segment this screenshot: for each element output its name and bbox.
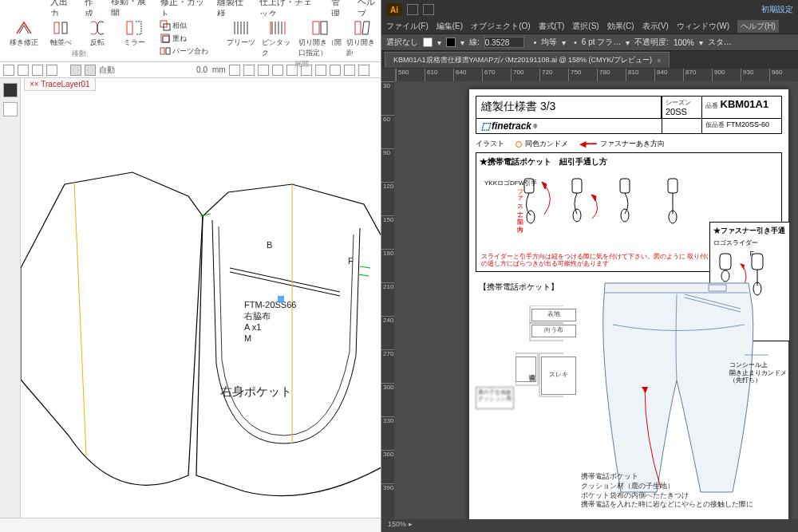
tool-icon[interactable] bbox=[18, 65, 29, 76]
opacity-value[interactable]: 100% bbox=[674, 38, 694, 47]
value-field[interactable]: 0.0 bbox=[161, 65, 209, 74]
svg-rect-2 bbox=[127, 22, 132, 34]
ai-tabbar: KBM01A1規格書仕様書YAMAPガバMz20191108.ai @ 158%… bbox=[381, 51, 798, 69]
menu-item[interactable]: ファイル(F) bbox=[386, 21, 429, 32]
overlay-button[interactable]: 重ね bbox=[160, 33, 215, 44]
lower-section: 【携帯電話ポケット】 表地 向う布 前身頃 スレキ 裏の子生地板 クッション用 bbox=[469, 277, 788, 516]
svg-rect-9 bbox=[313, 22, 319, 34]
ai-menubar: ファイル(F) 編集(E) オブジェクト(O) 書式(T) 選択(S) 効果(C… bbox=[381, 19, 798, 33]
workspace-label[interactable]: 初期設定 bbox=[761, 4, 793, 15]
flip-button[interactable]: 反転 bbox=[81, 18, 113, 48]
svg-line-13 bbox=[230, 272, 340, 296]
mirror-button[interactable]: ミラー bbox=[118, 18, 150, 48]
axis-align-button[interactable]: 軸並べ bbox=[45, 18, 77, 48]
menu-item[interactable]: ヘルプ(H) bbox=[737, 20, 779, 33]
fill-swatch[interactable] bbox=[423, 37, 433, 47]
svg-rect-20 bbox=[524, 179, 534, 193]
tool-icon[interactable] bbox=[70, 65, 81, 76]
svg-rect-35 bbox=[539, 353, 563, 396]
svg-rect-26 bbox=[668, 179, 678, 193]
tool-icon[interactable] bbox=[32, 65, 43, 76]
slash-open-button[interactable]: 切り開き（開口指定） bbox=[298, 18, 342, 58]
pattern-grain: M bbox=[244, 333, 251, 343]
uniform-label[interactable]: 均等 bbox=[541, 37, 557, 48]
svg-line-17 bbox=[360, 266, 370, 268]
menu-item[interactable]: ウィンドウ(W) bbox=[677, 21, 729, 32]
tool-icon[interactable] bbox=[258, 65, 269, 76]
sidebar-tool[interactable] bbox=[3, 83, 18, 97]
ribbon-group-label: 移動 bbox=[72, 49, 86, 59]
pattern-qty: A x1 bbox=[244, 322, 261, 332]
svg-rect-0 bbox=[54, 22, 59, 33]
svg-point-21 bbox=[527, 211, 535, 223]
svg-rect-32 bbox=[530, 305, 563, 323]
move-fix-button[interactable]: 移き修正 bbox=[8, 18, 40, 48]
pattern-drawing: B F FTM-20SS66 右脇布 A x1 M 右身ポケット bbox=[21, 93, 381, 523]
menu-dim bbox=[22, 2, 31, 14]
brush-label[interactable]: 6 pt フラ… bbox=[582, 37, 621, 48]
svg-rect-19 bbox=[278, 296, 284, 302]
cad-tool-sidebar bbox=[0, 78, 21, 532]
conceal-note: コンシール上 開き止まりカンドメ （先打ち） bbox=[729, 361, 787, 384]
tool-icon[interactable] bbox=[286, 65, 298, 76]
svg-rect-24 bbox=[620, 179, 630, 193]
tool-icon[interactable] bbox=[272, 65, 283, 76]
svg-point-23 bbox=[573, 209, 581, 222]
pintuck-button[interactable]: ピンタック bbox=[262, 18, 294, 58]
ai-control-bar: 選択なし ▾ ▾ 線: • 均等▾ • 6 pt フラ…▾ 不透明度: 100%… bbox=[381, 33, 798, 51]
menu-item[interactable]: 編集(E) bbox=[437, 21, 463, 32]
layer-tab[interactable]: ×× TraceLayer01 bbox=[24, 78, 96, 91]
svg-line-14 bbox=[74, 182, 86, 455]
ai-workspace[interactable]: 306090120150180210240270300330360390 縫製仕… bbox=[381, 81, 798, 519]
tool-icon[interactable] bbox=[330, 65, 341, 76]
top-tool[interactable] bbox=[423, 4, 434, 15]
opacity-label: 不透明度: bbox=[634, 37, 669, 48]
slash-dist-button[interactable]: 切り開き 距 bbox=[346, 18, 378, 58]
svg-rect-7 bbox=[160, 48, 164, 54]
tool-icon[interactable] bbox=[3, 65, 14, 76]
pattern-part: 右脇布 bbox=[244, 311, 271, 321]
brand-logo: ⬚finetrack® bbox=[476, 119, 662, 133]
svg-rect-33 bbox=[530, 323, 563, 341]
svg-rect-10 bbox=[321, 22, 327, 34]
menu-item[interactable]: 表示(V) bbox=[642, 21, 669, 32]
tool-icon[interactable] bbox=[229, 65, 240, 76]
svg-line-12 bbox=[230, 268, 340, 292]
tool-icon[interactable] bbox=[358, 65, 369, 76]
top-tool[interactable] bbox=[407, 4, 418, 15]
tool-icon[interactable] bbox=[46, 65, 57, 76]
sidebar-tool[interactable] bbox=[3, 102, 18, 116]
stroke-label: 線: bbox=[469, 37, 480, 48]
close-icon[interactable]: × bbox=[657, 57, 661, 65]
cad-toolbar: 自動 0.0 mm bbox=[0, 62, 381, 78]
tool-icon[interactable] bbox=[344, 65, 355, 76]
menu-item[interactable]: 効果(C) bbox=[607, 21, 634, 32]
document-tab[interactable]: KBM01A1規格書仕様書YAMAPガバMz20191108.ai @ 158%… bbox=[385, 52, 670, 68]
menu-item[interactable]: オブジェクト(O) bbox=[471, 21, 530, 32]
stroke-weight-input[interactable] bbox=[484, 37, 524, 48]
menu-item[interactable]: 書式(T) bbox=[539, 21, 565, 32]
tool-icon[interactable] bbox=[243, 65, 255, 76]
parts-combine-button[interactable]: パーツ合わ bbox=[160, 45, 215, 57]
tool-icon[interactable] bbox=[85, 65, 96, 76]
menu-item[interactable]: 選択(S) bbox=[572, 21, 598, 32]
pleats-button[interactable]: プリーツ bbox=[225, 18, 257, 58]
svg-rect-8 bbox=[166, 48, 170, 54]
svg-rect-22 bbox=[572, 179, 582, 193]
doc-title: 縫製仕様書 3/3 bbox=[476, 97, 662, 118]
pattern-code: FTM-20SS66 bbox=[244, 300, 296, 309]
style-label[interactable]: スタ… bbox=[708, 37, 732, 48]
stroke-swatch[interactable] bbox=[446, 37, 456, 47]
horizontal-ruler: 5806106406707007207507808108408709009309… bbox=[381, 69, 798, 81]
vertical-ruler: 306090120150180210240270300330360390 bbox=[381, 81, 394, 519]
svg-rect-11 bbox=[355, 22, 361, 34]
doc-header: 縫製仕様書 3/3 シーズン20SS 品番 KBM01A1 ⬚finetrack… bbox=[476, 96, 782, 134]
cad-canvas[interactable]: ×× TraceLayer01 B F FTM-20SS66 右脇布 A x1 bbox=[0, 78, 381, 532]
tool-icon[interactable] bbox=[315, 65, 326, 76]
svg-rect-1 bbox=[62, 22, 67, 33]
similar-button[interactable]: 相似 bbox=[160, 20, 215, 31]
tool-icon[interactable] bbox=[301, 65, 312, 76]
auto-label: 自動 bbox=[99, 65, 115, 76]
selection-label: 選択なし bbox=[386, 37, 418, 48]
cad-statusbar bbox=[0, 518, 381, 532]
